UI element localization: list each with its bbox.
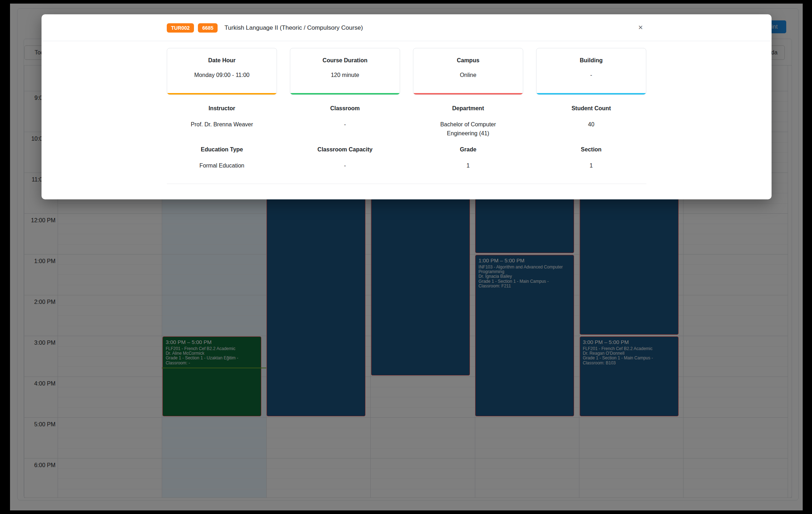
card-accent-bar <box>290 93 400 94</box>
modal-header: TUR002 6685 Turkish Language II (Theoric… <box>42 14 772 41</box>
card-accent-bar <box>413 93 523 94</box>
field-label-classroom: Classroom <box>290 105 400 112</box>
card-value: Online <box>413 72 523 78</box>
course-id-badge: 6685 <box>198 23 218 33</box>
course-code-badge: TUR002 <box>167 23 194 33</box>
field-label-department: Department <box>413 105 523 112</box>
date-hour-card: Date Hour Monday 09:00 - 11:00 <box>167 48 277 95</box>
card-label: Date Hour <box>167 57 277 64</box>
screen: Print Today Agenda 9:00 AM10:00 AM11:00 … <box>0 0 812 514</box>
building-card: Building - <box>536 48 646 95</box>
field-label-education-type: Education Type <box>167 146 277 153</box>
field-value-instructor: Prof. Dr. Brenna Weaver <box>191 120 253 138</box>
field-label-student-count: Student Count <box>536 105 646 112</box>
close-icon[interactable]: × <box>635 22 646 33</box>
card-accent-bar <box>167 93 277 94</box>
field-value-department: Bachelor of Computer Engineering (41) <box>431 120 506 138</box>
field-value-classroom-capacity: - <box>344 161 346 170</box>
modal-title: Turkish Language II (Theoric / Compulsor… <box>224 24 363 31</box>
card-label: Campus <box>413 57 523 64</box>
field-label-grade: Grade <box>413 146 523 153</box>
card-value: 120 minute <box>290 72 400 78</box>
course-duration-card: Course Duration 120 minute <box>290 48 400 95</box>
field-labels-row1: Instructor Classroom Department Student … <box>167 105 646 112</box>
summary-cards: Date Hour Monday 09:00 - 11:00 Course Du… <box>167 48 646 95</box>
campus-card: Campus Online <box>413 48 523 95</box>
field-value-grade: 1 <box>467 161 470 170</box>
field-value-student-count: 40 <box>588 120 594 138</box>
field-label-section: Section <box>536 146 646 153</box>
modal-body: Date Hour Monday 09:00 - 11:00 Course Du… <box>42 48 772 184</box>
field-label-classroom-capacity: Classroom Capacity <box>290 146 400 153</box>
course-detail-modal: TUR002 6685 Turkish Language II (Theoric… <box>42 14 772 199</box>
card-value: - <box>536 72 646 78</box>
field-value-section: 1 <box>590 161 593 170</box>
field-value-education-type: Formal Education <box>199 161 244 170</box>
field-values-row1: Prof. Dr. Brenna Weaver - Bachelor of Co… <box>167 112 646 138</box>
card-value: Monday 09:00 - 11:00 <box>167 72 277 78</box>
modal-footer-divider <box>167 184 646 184</box>
card-label: Course Duration <box>290 57 400 64</box>
field-values-row2: Formal Education - 1 1 <box>167 153 646 170</box>
card-label: Building <box>536 57 646 64</box>
field-labels-row2: Education Type Classroom Capacity Grade … <box>167 146 646 153</box>
card-accent-bar <box>536 93 646 94</box>
field-value-classroom: - <box>344 120 346 138</box>
field-label-instructor: Instructor <box>167 105 277 112</box>
